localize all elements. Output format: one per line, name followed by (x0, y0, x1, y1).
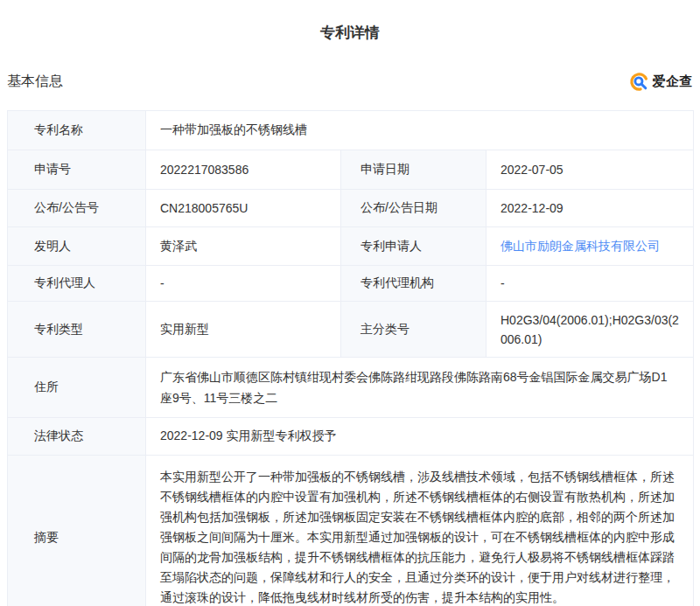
field-value: - (486, 266, 694, 302)
aiqicha-brand-logo[interactable]: 爱企查 (629, 72, 694, 92)
field-value: 2022-12-09 实用新型专利权授予 (146, 418, 694, 456)
field-label: 公布/公告日期 (341, 190, 486, 227)
patent-detail-page: 专利详情 基本信息 爱企查 专利名称一种带加强板的不锈钢线槽申请号2022217… (0, 0, 700, 606)
field-value: 2022217083586 (146, 150, 341, 190)
field-label: 专利代理人 (8, 266, 146, 302)
field-label: 申请号 (8, 150, 146, 190)
page-title: 专利详情 (0, 0, 700, 43)
field-label: 发明人 (8, 227, 146, 266)
field-label: 专利名称 (8, 111, 146, 150)
field-value: - (146, 266, 341, 302)
patent-table-body: 专利名称一种带加强板的不锈钢线槽申请号2022217083586申请日期2022… (8, 111, 694, 606)
field-label: 专利类型 (8, 302, 146, 358)
field-value: 本实用新型公开了一种带加强板的不锈钢线槽，涉及线槽技术领域，包括不锈钢线槽框体，… (146, 456, 694, 606)
field-label: 摘要 (8, 456, 146, 606)
basic-info-table-wrap: 专利名称一种带加强板的不锈钢线槽申请号2022217083586申请日期2022… (7, 110, 693, 606)
field-value: 2022-12-09 (486, 190, 694, 227)
brand-name: 爱企查 (653, 73, 694, 90)
field-label: 法律状态 (8, 418, 146, 456)
patent-applicant-link[interactable]: 佛山市励朗金属科技有限公司 (500, 239, 660, 253)
table-row: 专利代理人-专利代理机构- (8, 266, 694, 302)
field-label: 住所 (8, 358, 146, 418)
table-row: 发明人黄泽武专利申请人佛山市励朗金属科技有限公司 (8, 227, 694, 266)
table-row: 公布/公告号CN218005765U公布/公告日期2022-12-09 (8, 190, 694, 227)
field-label: 主分类号 (341, 302, 486, 358)
table-row: 专利类型实用新型主分类号H02G3/04(2006.01);H02G3/03(2… (8, 302, 694, 358)
field-value: 广东省佛山市顺德区陈村镇绀现村委会佛陈路绀现路段佛陈路南68号金锠国际金属交易广… (146, 358, 694, 418)
field-label: 专利申请人 (341, 227, 486, 266)
table-row: 申请号2022217083586申请日期2022-07-05 (8, 150, 694, 190)
table-row: 住所广东省佛山市顺德区陈村镇绀现村委会佛陈路绀现路段佛陈路南68号金锠国际金属交… (8, 358, 694, 418)
field-value: 一种带加强板的不锈钢线槽 (146, 111, 694, 150)
field-label: 专利代理机构 (341, 266, 486, 302)
field-value: 2022-07-05 (486, 150, 694, 190)
field-value: 黄泽武 (146, 227, 341, 266)
field-label: 公布/公告号 (8, 190, 146, 227)
section-title: 基本信息 (7, 73, 63, 91)
field-value: 实用新型 (146, 302, 341, 358)
field-value: 佛山市励朗金属科技有限公司 (486, 227, 694, 266)
table-row: 摘要本实用新型公开了一种带加强板的不锈钢线槽，涉及线槽技术领域，包括不锈钢线槽框… (8, 456, 694, 606)
table-row: 专利名称一种带加强板的不锈钢线槽 (8, 111, 694, 150)
field-value: H02G3/04(2006.01);H02G3/03(2006.01) (486, 302, 694, 358)
basic-info-table: 专利名称一种带加强板的不锈钢线槽申请号2022217083586申请日期2022… (7, 110, 694, 606)
field-label: 申请日期 (341, 150, 486, 190)
section-header: 基本信息 爱企查 (0, 71, 700, 92)
table-row: 法律状态2022-12-09 实用新型专利权授予 (8, 418, 694, 456)
aiqicha-logo-icon (629, 72, 649, 92)
field-value: CN218005765U (146, 190, 341, 227)
